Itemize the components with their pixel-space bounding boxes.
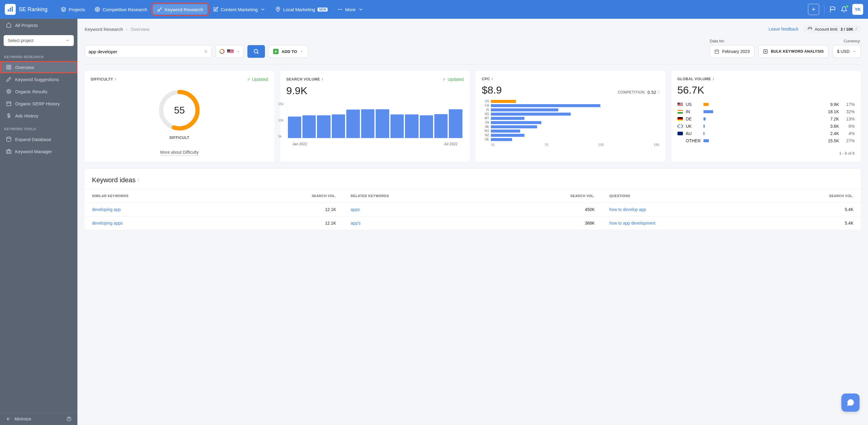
svg-rect-2 bbox=[12, 7, 13, 12]
gv-row: US9.9K17% bbox=[678, 101, 855, 108]
sidebar-item-expand-db[interactable]: Expand Database bbox=[0, 133, 78, 145]
nav-competitive[interactable]: Competitive Research bbox=[90, 4, 152, 15]
info-icon[interactable]: i bbox=[713, 77, 714, 81]
chat-button[interactable] bbox=[841, 394, 860, 412]
info-icon[interactable]: i bbox=[138, 178, 139, 182]
breadcrumb-root[interactable]: Keyword Research bbox=[85, 27, 123, 32]
nav-competitive-label: Competitive Research bbox=[102, 7, 147, 12]
select-project[interactable]: Select project bbox=[4, 35, 74, 46]
bar bbox=[346, 110, 360, 138]
gv-row: IN18.1K32% bbox=[678, 108, 855, 115]
svg-point-7 bbox=[158, 10, 159, 11]
sidebar-item-keyword-manager[interactable]: Keyword Manager bbox=[0, 145, 78, 158]
bar bbox=[420, 115, 433, 138]
flag-icon[interactable] bbox=[829, 6, 836, 13]
table-header: SEARCH VOL. bbox=[516, 189, 602, 203]
more-about-difficulty-link[interactable]: More about Difficulty bbox=[160, 150, 199, 155]
nav-content[interactable]: Content Marketing bbox=[209, 4, 270, 15]
main-content: Keyword Research › Overview Leave feedba… bbox=[78, 19, 868, 425]
sidebar-minimize[interactable]: Minimize bbox=[0, 413, 78, 425]
table-cell: how to app development bbox=[602, 217, 775, 230]
sidebar-item-overview[interactable]: Overview bbox=[0, 61, 78, 73]
logo[interactable]: SE Ranking bbox=[5, 4, 48, 15]
table-cell: app's bbox=[343, 217, 516, 230]
gv-row: OTHER15.5K27% bbox=[678, 137, 855, 144]
keyword-link[interactable]: developing apps bbox=[92, 221, 123, 226]
plus-icon: + bbox=[273, 49, 279, 54]
sidebar-item-ads-history[interactable]: Ads History bbox=[0, 110, 78, 122]
svg-point-21 bbox=[7, 137, 11, 139]
sidebar: All Projects Select project KEYWORD RESE… bbox=[0, 19, 78, 425]
hbar-row: CA bbox=[482, 104, 659, 107]
svg-point-16 bbox=[7, 89, 11, 93]
table-cell: 12.1K bbox=[257, 203, 343, 217]
sidebar-item-organic[interactable]: Organic Results bbox=[0, 85, 78, 97]
nav-keyword[interactable]: Keyword Research bbox=[153, 4, 208, 15]
info-icon[interactable]: i bbox=[658, 90, 659, 94]
breadcrumb: Keyword Research › Overview bbox=[85, 27, 149, 32]
table-header: RELATED KEYWORDS bbox=[343, 189, 516, 203]
info-icon[interactable]: i bbox=[115, 77, 116, 81]
sidebar-item-serp-history[interactable]: Organic SERP History bbox=[0, 97, 78, 110]
hbar-row: SG bbox=[482, 112, 659, 116]
feedback-link[interactable]: Leave feedback bbox=[769, 27, 799, 31]
chevron-down-icon bbox=[358, 7, 364, 12]
info-icon[interactable]: i bbox=[856, 27, 857, 31]
table-cell: 368K bbox=[516, 217, 602, 230]
updated-badge: ✓Updated bbox=[247, 77, 268, 82]
search-engine-country-select[interactable] bbox=[215, 45, 244, 58]
keyword-link[interactable]: how to app development bbox=[610, 221, 656, 226]
keyword-ideas-heading: Keyword ideas bbox=[92, 176, 135, 184]
data-for-select[interactable]: February 2023 bbox=[710, 45, 754, 58]
svg-point-10 bbox=[340, 9, 341, 10]
currency-select[interactable]: $ USD bbox=[833, 45, 861, 58]
info-icon[interactable]: i bbox=[492, 77, 493, 81]
search-button[interactable] bbox=[247, 45, 265, 58]
addto-label: ADD TO bbox=[282, 49, 297, 54]
info-icon[interactable]: i bbox=[322, 77, 323, 81]
sidebar-item-label: Ads History bbox=[15, 113, 38, 118]
dollar-icon bbox=[6, 113, 11, 118]
keyword-link[interactable]: app's bbox=[350, 221, 361, 226]
keyword-link[interactable]: developing app bbox=[92, 207, 121, 212]
svg-rect-29 bbox=[715, 50, 719, 54]
table-cell: 5.4K bbox=[775, 217, 861, 230]
keyword-link[interactable]: apps bbox=[350, 207, 360, 212]
updated-badge: ✓Updated bbox=[442, 77, 464, 82]
chevron-down-icon bbox=[260, 7, 266, 12]
card-difficulty: DIFFICULTYi ✓Updated 55 DIFFICULT bbox=[85, 71, 274, 162]
us-flag-icon bbox=[227, 49, 234, 54]
keyword-input[interactable] bbox=[89, 49, 204, 54]
svg-line-28 bbox=[257, 52, 258, 54]
help-icon[interactable] bbox=[66, 417, 71, 421]
bulk-analysis-button[interactable]: BULK KEYWORD ANALYSIS bbox=[758, 45, 828, 58]
controls-row: ✕ + ADD TO Data for: bbox=[85, 39, 861, 65]
card-title: GLOBAL VOLUME bbox=[678, 77, 711, 81]
svg-rect-0 bbox=[8, 9, 9, 11]
nav-local[interactable]: Local Marketing NEW bbox=[271, 4, 332, 15]
table-header: SIMILAR KEYWORDS bbox=[85, 189, 257, 203]
add-to-button[interactable]: + ADD TO bbox=[269, 45, 308, 58]
list-plus-icon bbox=[763, 49, 768, 54]
sidebar-heading-tools: KEYWORD TOOLS bbox=[0, 122, 78, 133]
table-cell: 12.1K bbox=[257, 217, 343, 230]
bell-icon[interactable] bbox=[841, 6, 847, 13]
add-button[interactable]: + bbox=[808, 4, 819, 15]
logo-icon bbox=[5, 4, 16, 15]
table-cell: apps bbox=[343, 203, 516, 217]
hbar-row: MT bbox=[482, 117, 659, 120]
table-header: SEARCH VOL. bbox=[257, 189, 343, 203]
table-header: SEARCH VOL. bbox=[775, 189, 861, 203]
clear-input-icon[interactable]: ✕ bbox=[204, 49, 208, 55]
badge-new: NEW bbox=[317, 7, 328, 11]
sidebar-all-projects[interactable]: All Projects bbox=[0, 19, 78, 31]
sidebar-item-suggestions[interactable]: Keyword Suggestions bbox=[0, 73, 78, 85]
bar bbox=[376, 109, 389, 138]
hbar-row: ZA bbox=[482, 121, 659, 124]
breadcrumb-sep: › bbox=[126, 27, 128, 32]
svg-rect-14 bbox=[7, 68, 8, 69]
keyword-link[interactable]: how to develop app bbox=[610, 207, 646, 212]
avatar[interactable]: YK bbox=[852, 4, 863, 15]
nav-more[interactable]: More bbox=[333, 4, 368, 15]
nav-projects[interactable]: Projects bbox=[57, 4, 89, 15]
